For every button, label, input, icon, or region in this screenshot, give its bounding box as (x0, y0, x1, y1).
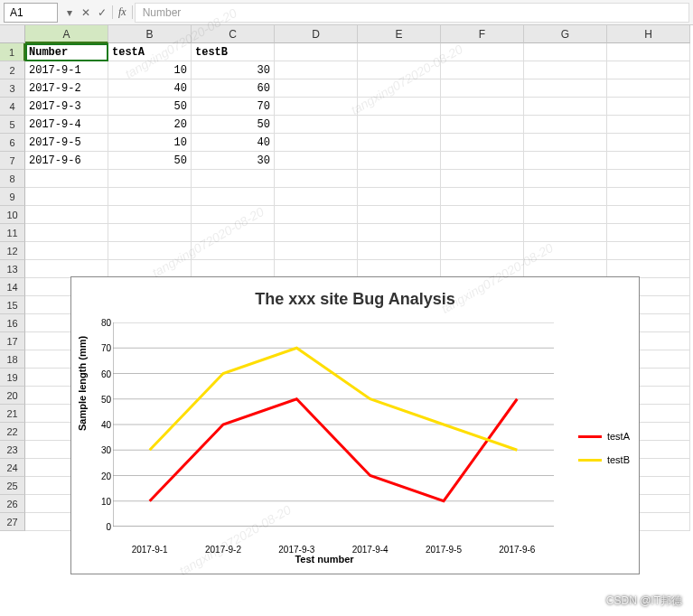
row-header[interactable]: 26 (0, 495, 25, 513)
row-header[interactable]: 19 (0, 369, 25, 387)
cell[interactable]: 70 (192, 98, 275, 116)
cell[interactable] (607, 61, 690, 79)
confirm-icon[interactable]: ✓ (94, 4, 110, 22)
cell[interactable]: 2017-9-5 (25, 134, 108, 152)
row-header[interactable]: 3 (0, 79, 25, 98)
column-header[interactable]: C (192, 25, 275, 43)
cell[interactable] (275, 61, 358, 79)
column-header[interactable]: F (441, 25, 524, 43)
cell[interactable] (524, 116, 607, 134)
cell[interactable] (275, 98, 358, 116)
row-header[interactable]: 27 (0, 513, 25, 531)
row-header[interactable]: 1 (0, 43, 25, 61)
fx-icon[interactable]: fx (112, 5, 133, 19)
cell[interactable] (358, 152, 441, 170)
cell[interactable] (358, 134, 441, 152)
cell[interactable] (358, 260, 441, 278)
cell[interactable]: 30 (192, 152, 275, 170)
cell[interactable] (358, 188, 441, 206)
row-header[interactable]: 6 (0, 134, 25, 152)
cell[interactable] (275, 188, 358, 206)
cell[interactable]: 40 (108, 79, 192, 98)
row-header[interactable]: 22 (0, 423, 25, 441)
cell[interactable] (192, 206, 275, 224)
cell[interactable] (441, 260, 524, 278)
cell[interactable]: 50 (108, 152, 192, 170)
row-header[interactable]: 2 (0, 61, 25, 79)
row-header[interactable]: 11 (0, 224, 25, 242)
cell[interactable] (524, 134, 607, 152)
cell[interactable] (607, 170, 690, 188)
cell[interactable] (441, 188, 524, 206)
cell[interactable] (275, 260, 358, 278)
cell[interactable] (25, 188, 108, 206)
cell[interactable] (358, 79, 441, 98)
column-header[interactable]: E (358, 25, 441, 43)
row-header[interactable]: 20 (0, 387, 25, 405)
cell[interactable] (607, 188, 690, 206)
row-header[interactable]: 14 (0, 278, 25, 296)
cell[interactable] (275, 116, 358, 134)
row-header[interactable]: 12 (0, 242, 25, 260)
cell[interactable] (192, 224, 275, 242)
cell[interactable] (524, 43, 607, 61)
select-all-cell[interactable] (0, 25, 25, 43)
cell[interactable] (607, 260, 690, 278)
cell[interactable] (524, 79, 607, 98)
cell[interactable] (25, 206, 108, 224)
cell[interactable] (441, 43, 524, 61)
cell[interactable] (524, 224, 607, 242)
cell[interactable] (607, 152, 690, 170)
name-box[interactable] (4, 3, 58, 23)
cell[interactable] (25, 170, 108, 188)
row-header[interactable]: 5 (0, 116, 25, 134)
cell[interactable] (607, 116, 690, 134)
cell[interactable] (192, 170, 275, 188)
column-header[interactable]: H (607, 25, 690, 43)
cell[interactable]: 2017-9-6 (25, 152, 108, 170)
cell[interactable] (275, 134, 358, 152)
cell[interactable] (358, 116, 441, 134)
cell[interactable] (358, 242, 441, 260)
row-header[interactable]: 8 (0, 170, 25, 188)
cell[interactable] (275, 224, 358, 242)
cell[interactable] (441, 242, 524, 260)
cell[interactable]: 50 (192, 116, 275, 134)
row-header[interactable]: 18 (0, 350, 25, 369)
formula-input[interactable] (135, 3, 689, 23)
cell[interactable] (607, 79, 690, 98)
name-box-dropdown-icon[interactable]: ▾ (61, 4, 78, 22)
cell[interactable]: testB (192, 43, 275, 61)
row-header[interactable]: 10 (0, 206, 25, 224)
cell[interactable] (441, 116, 524, 134)
cell[interactable] (358, 61, 441, 79)
cell[interactable] (607, 43, 690, 61)
cell[interactable]: 2017-9-3 (25, 98, 108, 116)
cell[interactable]: 2017-9-4 (25, 116, 108, 134)
cell[interactable] (192, 260, 275, 278)
cell[interactable] (607, 242, 690, 260)
row-header[interactable]: 7 (0, 152, 25, 170)
row-header[interactable]: 13 (0, 260, 25, 278)
row-header[interactable]: 15 (0, 296, 25, 314)
column-header[interactable]: B (108, 25, 192, 43)
cell[interactable] (358, 98, 441, 116)
cell[interactable]: 2017-9-2 (25, 79, 108, 98)
column-header[interactable]: G (524, 25, 607, 43)
cell[interactable]: 30 (192, 61, 275, 79)
cell[interactable] (607, 134, 690, 152)
cell[interactable] (358, 43, 441, 61)
cell[interactable]: 10 (108, 134, 192, 152)
cell[interactable]: 40 (192, 134, 275, 152)
cell[interactable] (275, 206, 358, 224)
cell[interactable] (358, 170, 441, 188)
cell[interactable] (275, 43, 358, 61)
row-header[interactable]: 25 (0, 477, 25, 495)
cell[interactable] (441, 206, 524, 224)
cell[interactable] (108, 242, 192, 260)
embedded-chart[interactable]: The xxx site Bug Analysis Sample length … (70, 276, 640, 574)
cell[interactable] (524, 170, 607, 188)
cell[interactable]: 50 (108, 98, 192, 116)
cell[interactable] (524, 152, 607, 170)
cell[interactable] (524, 242, 607, 260)
